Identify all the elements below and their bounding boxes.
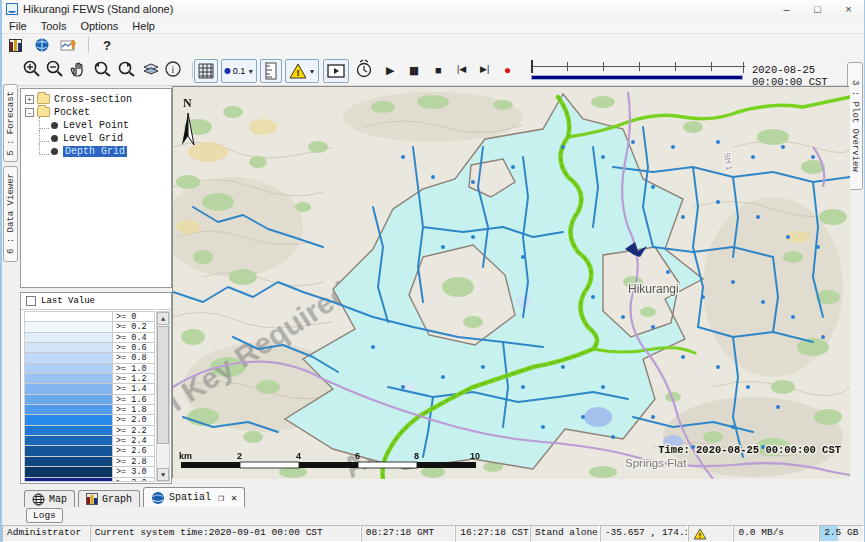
globe-icon[interactable] (34, 37, 50, 53)
scrollbar-thumb[interactable] (157, 326, 169, 444)
zoom-out-icon[interactable] (45, 59, 65, 79)
town-label: Hikurangi (628, 282, 679, 296)
scroll-up-icon[interactable]: ▲ (157, 312, 169, 325)
legend-swatch (25, 405, 113, 414)
svg-text:km: km (179, 451, 192, 461)
collapse-icon[interactable]: - (25, 108, 34, 117)
legend-swatch (25, 457, 113, 466)
menu-options[interactable]: Options (73, 18, 125, 34)
legend-swatch (25, 426, 113, 435)
tree-node-cross-section[interactable]: + Cross-section (25, 93, 171, 105)
time-slider-range (531, 75, 743, 80)
record-button[interactable]: ● (504, 63, 511, 77)
svg-text:N: N (183, 96, 192, 110)
thresholds-dropdown[interactable]: ! ▼ (285, 59, 319, 83)
map-view[interactable]: API Key Required API Key Required (172, 86, 849, 478)
legend-value-label: >= 0 (113, 312, 154, 321)
legend-row: >= 0.4 (25, 333, 154, 343)
legend-row: >= 0.8 (25, 353, 154, 363)
zoom-next-icon[interactable] (116, 59, 138, 79)
bullet-icon (51, 148, 58, 155)
menu-tools[interactable]: Tools (34, 18, 74, 34)
legend-swatch (25, 364, 113, 373)
database-icon[interactable] (8, 37, 24, 53)
tree-guide (39, 143, 49, 155)
svg-text:8: 8 (414, 451, 419, 461)
close-button[interactable]: × (833, 0, 864, 18)
status-bar: Administrator Current system time:2020-0… (2, 525, 864, 542)
tree-node-level-point[interactable]: Level Point (39, 119, 171, 131)
zoom-in-icon[interactable] (22, 59, 42, 79)
tab-close-icon[interactable]: ✕ (231, 492, 237, 504)
scroll-down-icon[interactable]: ▼ (157, 468, 169, 481)
legend-swatch (25, 467, 113, 476)
zoom-previous-icon[interactable] (92, 59, 114, 79)
status-warning-cell[interactable]: ! (688, 525, 734, 542)
status-memory-gauge: 2.5 GB (819, 525, 864, 542)
legend-swatch (25, 333, 113, 342)
time-slider[interactable] (529, 60, 747, 82)
legend-value-label: >= 2.8 (113, 457, 154, 466)
tree-node-pocket[interactable]: - Pocket (25, 106, 171, 118)
minimize-button[interactable]: – (771, 0, 802, 18)
contour-value-dropdown[interactable]: 0.1 ▼ (221, 59, 257, 83)
animation-player-icon[interactable] (323, 59, 349, 83)
legend-value-label: >= 0.2 (113, 322, 154, 331)
scale-ruler-icon[interactable] (260, 59, 282, 83)
tab-graph[interactable]: Graph (78, 490, 140, 507)
wire-globe-icon (32, 493, 45, 506)
legend-swatch (25, 322, 113, 331)
info-icon[interactable]: i (163, 59, 183, 79)
legend-row: >= 0.6 (25, 343, 154, 353)
stop-button[interactable]: ■ (435, 64, 442, 76)
legend-value-label: >= 0.6 (113, 343, 154, 352)
svg-text:6: 6 (355, 451, 360, 461)
play-button[interactable]: ▶ (386, 64, 394, 77)
step-back-button[interactable]: |◀ (457, 64, 466, 74)
svg-text:!: ! (296, 68, 299, 78)
blue-globe-icon (151, 491, 165, 505)
map-toolbar: i 0.1 ▼ ! ▼ ▶ ▮▮ ■ |◀ ▶| ● (2, 56, 864, 86)
tree-node-level-grid[interactable]: Level Grid (39, 132, 171, 144)
tree-node-depth-grid-selected[interactable]: Depth Grid (39, 145, 171, 157)
window-title: Hikurangi FEWS (Stand alone) (23, 3, 173, 15)
map-canvas[interactable]: API Key Required API Key Required (173, 87, 850, 479)
place-label: Springs Flat (625, 457, 687, 469)
tab-spatial[interactable]: Spatial ❐ ✕ (143, 487, 245, 507)
tab-float-icon[interactable]: ❐ (218, 492, 224, 504)
sidebar-tab-forecast[interactable]: 5 : Forecast (3, 84, 18, 162)
folder-icon (37, 107, 50, 117)
folder-icon (37, 94, 50, 104)
menu-help[interactable]: Help (125, 18, 162, 34)
expand-icon[interactable]: + (25, 95, 34, 104)
time-slider-thumb[interactable] (531, 60, 533, 73)
bullet-icon (51, 135, 58, 142)
help-icon[interactable]: ? (103, 38, 111, 53)
logs-button[interactable]: Logs (26, 508, 63, 523)
timeseries-icon[interactable] (60, 37, 78, 53)
legend-row: >= 1.4 (25, 384, 154, 394)
tab-map[interactable]: Map (24, 490, 75, 507)
legend-swatch (25, 374, 113, 383)
status-transfer-rate: 0.0 MB/s (733, 525, 819, 542)
maximize-button[interactable]: □ (802, 0, 833, 18)
grid-display-button[interactable] (194, 59, 218, 83)
last-value-label: Last Value (41, 296, 95, 306)
legend-scrollbar[interactable]: ▲ ▼ (156, 311, 170, 482)
map-time-label: Time: 2020-08-25 00:00:00 CST (658, 444, 841, 456)
legend-row: >= 0.2 (25, 322, 154, 332)
pause-button[interactable]: ▮▮ (409, 64, 417, 77)
timer-icon[interactable] (354, 59, 374, 79)
last-value-checkbox[interactable] (26, 296, 36, 306)
application-window: Hikurangi FEWS (Stand alone) – □ × File … (0, 0, 865, 542)
legend-value-label: >= 1.4 (113, 384, 154, 393)
title-bar: Hikurangi FEWS (Stand alone) – □ × (2, 0, 864, 18)
step-forward-button[interactable]: ▶| (480, 64, 489, 74)
legend-swatch (25, 384, 113, 393)
legend-swatch (25, 415, 113, 424)
legend-value-label: >= 2.2 (113, 426, 154, 435)
layers-icon[interactable] (141, 59, 161, 79)
pan-hand-icon[interactable] (68, 59, 88, 79)
sidebar-tab-data-viewer[interactable]: 6 : Data Viewer (3, 166, 18, 262)
menu-file[interactable]: File (2, 18, 34, 34)
